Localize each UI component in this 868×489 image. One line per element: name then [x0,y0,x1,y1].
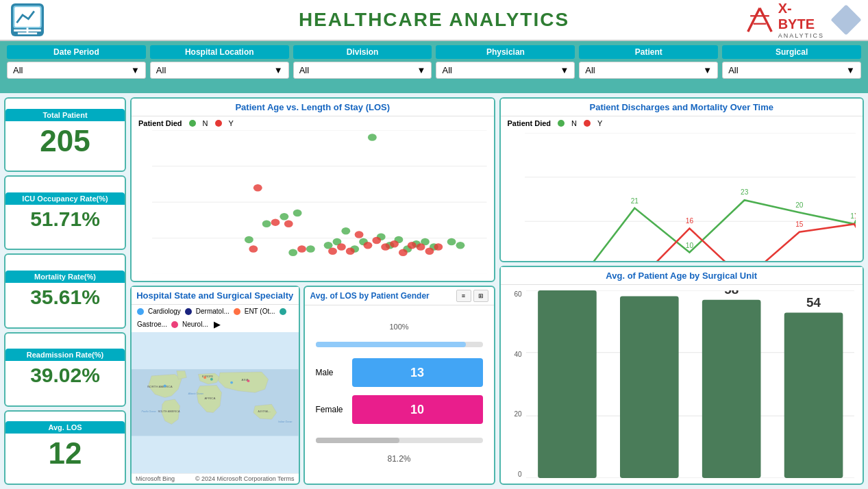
filter-patient: Patient All ▼ [579,45,718,89]
brand-subtitle: ANALYTICS [778,32,824,39]
map-copyright: © 2024 Microsoft Corporation Terms [195,475,295,482]
svg-point-45 [372,237,381,244]
filter-surgical-label: Surgical [722,45,861,59]
legend-dermatol-dot [185,308,192,315]
legend-y-dot [215,120,222,127]
y-axis-labels: 60 40 20 0 [509,290,526,478]
svg-rect-123 [702,300,760,478]
brand-name: X-BYTE [778,1,824,32]
discharge-n-dot [558,120,565,127]
filter-surgical-select[interactable]: All ▼ [722,62,861,79]
legend-y: Y [229,119,234,127]
age-unit-title: Avg. of Patient Age by Surgical Unit [501,267,863,285]
stat-readmission-value: 39.02% [27,361,103,390]
legend-cardiology-dot [137,308,144,315]
stat-avg-los-value: 12 [46,434,85,473]
header-logo [11,3,44,36]
age-chart-inner: 60 40 20 0 [509,290,855,478]
gender-title-row: Avg. of LOS by Patient Gender ≡ ⊞ [305,287,494,305]
filter-patient-select[interactable]: All ▼ [579,62,718,79]
svg-point-40 [245,236,253,244]
stat-mortality-value: 35.61% [27,283,103,312]
chevron-down-icon: ▼ [560,65,569,75]
svg-text:Indian Ocean: Indian Ocean [278,421,292,423]
svg-point-61 [253,184,262,192]
svg-point-39 [456,242,465,249]
discharge-legend: Patient Died N Y [501,116,863,130]
svg-point-23 [368,134,377,141]
header: HEALTHCARE ANALYTICS X-BYTE ANALYTICS [0,0,868,41]
svg-point-51 [346,247,355,255]
bottom-row: Hospital State and Surgical Specialty Ca… [130,286,495,485]
discharge-title: Patient Discharges and Mortality Over Ti… [501,99,863,116]
filter-surgical: Surgical All ▼ [722,45,861,89]
svg-point-57 [249,245,258,253]
female-value: 10 [410,403,424,417]
discharge-chart-area: 40 30 20 10 0 0 5 10 15 20 25 30 35 [501,130,863,262]
stat-total-value: 205 [37,121,92,161]
filters-bar: Date Period All ▼ Hospital Location All … [0,41,868,93]
svg-point-48 [381,243,390,251]
legend-cardiology: Cardiology [148,308,181,315]
main-content: Total Patient 205 ICU Occupancy Rate(%) … [0,93,868,489]
filter-physician-select[interactable]: All ▼ [436,62,575,79]
gender-chart-title: Avg. of LOS by Patient Gender [310,291,430,301]
filter-physician-label: Physician [436,45,575,59]
filter-hospital-select[interactable]: All ▼ [150,62,289,79]
map-display: NORTH AMERICA EUROPE ASIA AFRICA SOUTH A… [132,332,299,473]
svg-point-56 [434,243,443,251]
stats-column: Total Patient 205 ICU Occupancy Rate(%) … [4,97,126,485]
svg-line-5 [760,8,771,32]
legend-more-icon[interactable]: ▶ [214,319,221,329]
svg-point-55 [425,247,434,255]
svg-text:20: 20 [795,201,804,208]
filter-division-select[interactable]: All ▼ [293,62,432,79]
gender-toolbar: ≡ ⊞ [456,290,488,302]
stat-mortality: Mortality Rate(%) 35.61% [4,253,126,328]
svg-rect-0 [14,6,41,27]
world-map-svg: NORTH AMERICA EUROPE ASIA AFRICA SOUTH A… [132,332,299,473]
scatter-chart-card: Patient Age vs. Length of Stay (LOS) Pat… [130,97,495,282]
svg-text:54: 54 [806,295,821,310]
age-bars-container: 61 59 58 54 Unit B Unit N [526,290,855,478]
stat-total-label: Total Patient [5,109,125,121]
filter-date-select[interactable]: All ▼ [7,62,146,79]
svg-point-24 [341,227,350,235]
filter-division: Division All ▼ [293,45,432,89]
toolbar-expand-icon[interactable]: ⊞ [473,290,488,302]
svg-text:Atlantic Ocean: Atlantic Ocean [188,392,203,395]
stat-total-patient: Total Patient 205 [4,97,126,172]
svg-point-76 [247,380,250,383]
brand-logo: X-BYTE ANALYTICS [744,1,824,39]
legend-n: N [203,119,208,127]
male-label: Male [316,368,347,377]
svg-text:AFRICA: AFRICA [204,397,215,400]
toolbar-menu-icon[interactable]: ≡ [456,290,471,302]
svg-point-50 [408,242,417,249]
svg-text:15: 15 [795,221,804,228]
svg-text:AUSTRAL...: AUSTRAL... [258,411,271,414]
svg-point-41 [262,220,271,227]
filter-date-period: Date Period All ▼ [7,45,146,89]
svg-rect-119 [538,290,597,478]
stat-icu: ICU Occupancy Rate(%) 51.71% [4,175,126,250]
svg-text:Pacific Ocean: Pacific Ocean [142,411,156,414]
stat-mortality-label: Mortality Rate(%) [5,271,125,283]
chevron-down-icon: ▼ [274,65,283,75]
hospital-state-title: Hospital State and Surgical Specialty [132,287,299,305]
age-unit-card: Avg. of Patient Age by Surgical Unit 60 … [499,266,865,485]
svg-text:23: 23 [740,188,748,196]
legend-dermatol: Dermatol... [196,308,230,315]
stat-avg-los: Avg. LOS 12 [4,410,126,485]
chevron-down-icon: ▼ [131,65,140,75]
gender-pct-top: 100% [316,323,483,331]
gender-bar-area: 100% Male 13 Female 10 [305,305,494,484]
svg-point-42 [280,213,288,221]
discharge-chart-card: Patient Discharges and Mortality Over Ti… [499,97,865,262]
gender-progress-bar [316,342,483,347]
discharge-legend-label: Patient Died [508,119,551,127]
svg-point-58 [297,245,306,253]
legend-gastro: Gastroe... [137,321,167,328]
svg-text:SOUTH AMERICA: SOUTH AMERICA [158,410,179,414]
gender-scrollbar [316,438,483,443]
